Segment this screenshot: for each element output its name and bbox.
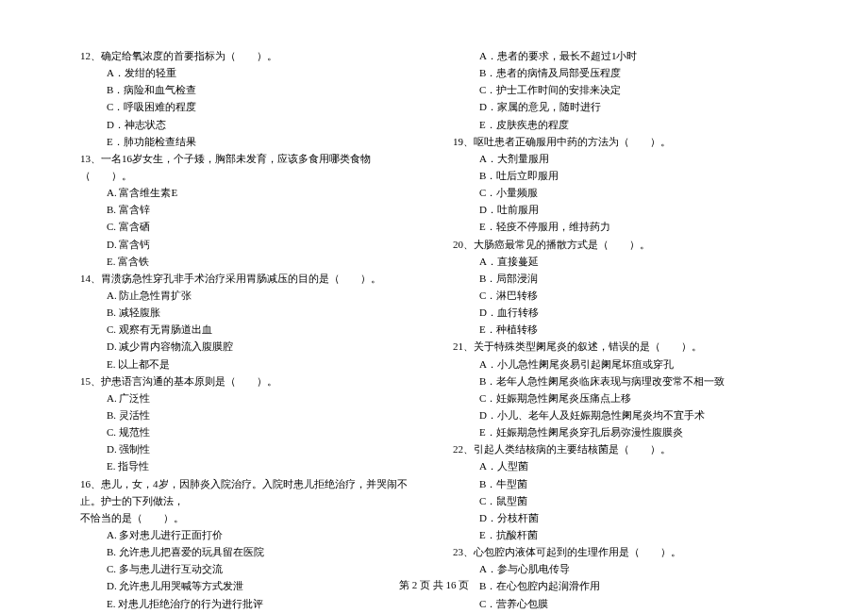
q21-opt-e: E．妊娠期急性阑尾炎穿孔后易弥漫性腹膜炎 [453,423,788,440]
q19-text: 19、呕吐患者正确服用中药的方法为（ ）。 [453,133,788,150]
q12-opt-b: B．病险和血气检查 [80,81,415,98]
q14-opt-b: B. 减轻腹胀 [80,304,415,321]
q18-opt-a: A．患者的要求，最长不超过1小时 [453,47,788,64]
q15-opt-a: A. 广泛性 [80,389,415,406]
q12-opt-d: D．神志状态 [80,116,415,133]
q14-opt-c: C. 观察有无胃肠道出血 [80,321,415,338]
q16-opt-b: B. 允许患儿把喜爱的玩具留在医院 [80,543,415,560]
q12-opt-e: E．肺功能检查结果 [80,133,415,150]
q22-opt-b: B．牛型菌 [453,475,788,492]
q18-opt-d: D．家属的意见，随时进行 [453,98,788,115]
q21-opt-c: C．妊娠期急性阑尾炎压痛点上移 [453,389,788,406]
q23-text: 23、心包腔内液体可起到的生理作用是（ ）。 [453,543,788,560]
q18-opt-e: E．皮肤疾患的程度 [453,116,788,133]
q20-opt-a: A．直接蔓延 [453,253,788,270]
q20-text: 20、大肠癌最常见的播散方式是（ ）。 [453,236,788,253]
q14-opt-a: A. 防止急性胃扩张 [80,287,415,304]
q15-opt-e: E. 指导性 [80,457,415,474]
q16-opt-e: E. 对患儿拒绝治疗的行为进行批评 [80,595,415,612]
q19-opt-a: A．大剂量服用 [453,150,788,167]
q20-opt-d: D．血行转移 [453,304,788,321]
q22-opt-e: E．抗酸杆菌 [453,526,788,543]
q14-opt-e: E. 以上都不是 [80,356,415,373]
q18-opt-b: B．患者的病情及局部受压程度 [453,64,788,81]
page-footer: 第 2 页 共 16 页 [0,578,868,592]
q21-opt-b: B．老年人急性阑尾炎临床表现与病理改变常不相一致 [453,373,788,389]
q13-opt-b: B. 富含锌 [80,201,415,218]
right-column: A．患者的要求，最长不超过1小时 B．患者的病情及局部受压程度 C．护士工作时间… [453,47,788,613]
left-column: 12、确定给氧浓度的首要指标为（ ）。 A．发绀的轻重 B．病险和血气检查 C．… [80,47,415,613]
q22-opt-a: A．人型菌 [453,457,788,474]
q14-text: 14、胃溃疡急性穿孔非手术治疗采用胃肠减压的目的是（ ）。 [80,270,415,287]
q22-text: 22、引起人类结核病的主要结核菌是（ ）。 [453,440,788,457]
q20-opt-b: B．局部浸润 [453,270,788,287]
q22-opt-d: D．分枝杆菌 [453,509,788,526]
q19-opt-d: D．吐前服用 [453,201,788,218]
q15-text: 15、护患语言沟通的基本原则是（ ）。 [80,373,415,389]
q12-text: 12、确定给氧浓度的首要指标为（ ）。 [80,47,415,64]
q15-opt-d: D. 强制性 [80,440,415,457]
q16-opt-c: C. 多与患儿进行互动交流 [80,560,415,577]
q22-opt-c: C．鼠型菌 [453,492,788,509]
q12-opt-c: C．呼吸困难的程度 [80,98,415,115]
q13-opt-d: D. 富含钙 [80,236,415,253]
q12-opt-a: A．发绀的轻重 [80,64,415,81]
q21-text: 21、关于特殊类型阑尾炎的叙述，错误的是（ ）。 [453,338,788,355]
q23-opt-c: C．营养心包膜 [453,595,788,612]
q15-opt-b: B. 灵活性 [80,406,415,423]
q13-text: 13、一名16岁女生，个子矮，胸部未发育，应该多食用哪类食物（ ）。 [80,150,415,184]
q23-opt-a: A．参与心肌电传导 [453,560,788,577]
q13-opt-e: E. 富含铁 [80,253,415,270]
q20-opt-c: C．淋巴转移 [453,287,788,304]
q21-opt-d: D．小儿、老年人及妊娠期急性阑尾炎均不宜手术 [453,406,788,423]
q13-opt-a: A. 富含维生素E [80,184,415,201]
q18-opt-c: C．护士工作时间的安排来决定 [453,81,788,98]
q14-opt-d: D. 减少胃内容物流入腹膜腔 [80,338,415,355]
q16-opt-a: A. 多对患儿进行正面打价 [80,526,415,543]
q19-opt-b: B．吐后立即服用 [453,167,788,184]
q20-opt-e: E．种植转移 [453,321,788,338]
q19-opt-c: C．小量频服 [453,184,788,201]
q21-opt-a: A．小儿急性阑尾炎易引起阑尾坏疽或穿孔 [453,356,788,373]
page-columns: 12、确定给氧浓度的首要指标为（ ）。 A．发绀的轻重 B．病险和血气检查 C．… [80,47,788,613]
q13-opt-c: C. 富含硒 [80,218,415,235]
q19-opt-e: E．轻疫不停服用，维持药力 [453,218,788,235]
q16-text1: 16、患儿，女，4岁，因肺炎入院治疗。入院时患儿拒绝治疗，并哭闹不止。护士的下列… [80,475,415,509]
q16-text2: 不恰当的是（ ）。 [80,509,415,526]
q15-opt-c: C. 规范性 [80,423,415,440]
